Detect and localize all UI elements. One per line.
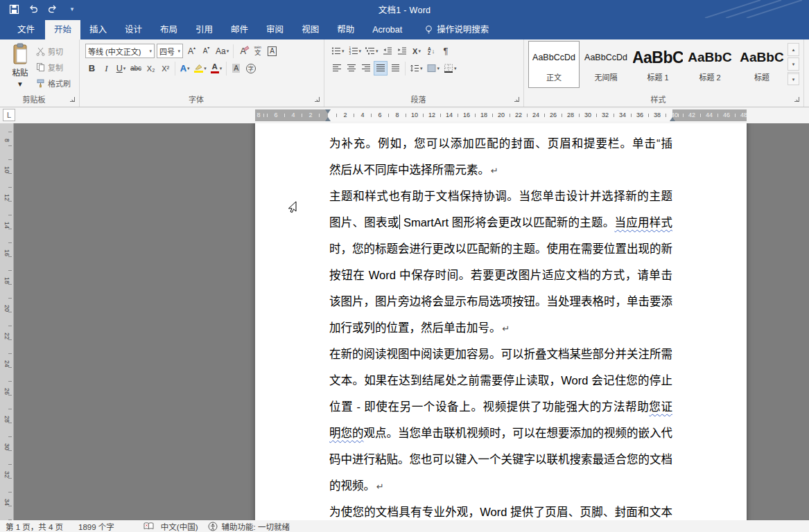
justify-button[interactable] bbox=[374, 61, 388, 76]
text-line[interactable]: 文本。如果在达到结尾处之前需要停止读取，Word 会记住您的停止 bbox=[329, 367, 672, 393]
qat-customize-button[interactable]: ▾ bbox=[64, 1, 80, 17]
underline-button[interactable]: U▾ bbox=[114, 61, 128, 76]
vertical-ruler[interactable]: 810121416182022242628303234 bbox=[0, 123, 14, 520]
tab-帮助[interactable]: 帮助 bbox=[328, 20, 363, 39]
phonetic-guide-button[interactable]: wén 文 bbox=[251, 44, 264, 58]
styles-more-button[interactable]: ▾ bbox=[788, 72, 799, 85]
decrease-indent-button[interactable] bbox=[381, 44, 394, 58]
text-line[interactable]: 码中进行粘贴。您也可以键入一个关键字以联机搜索最适合您的文档 bbox=[329, 446, 672, 472]
tab-引用[interactable]: 引用 bbox=[186, 20, 222, 39]
font-size-combo[interactable]: 四号 ▾ bbox=[157, 44, 183, 58]
text-line[interactable]: 时，您的标题会进行更改以匹配新的主题。使用在需要位置出现的新 bbox=[329, 236, 672, 262]
style-card-正文[interactable]: AaBbCcDd正文 bbox=[528, 41, 580, 88]
ruler-number: 38 bbox=[654, 112, 661, 119]
paste-button[interactable]: 粘贴 ▾ bbox=[6, 43, 35, 96]
text-line[interactable]: 为使您的文档具有专业外观，Word 提供了页眉、页脚、封面和文本 bbox=[329, 499, 672, 520]
font-color-button[interactable]: A ▾ bbox=[209, 61, 224, 76]
paragraph-dialog-launcher[interactable] bbox=[514, 96, 521, 103]
bullets-button[interactable]: ▾ bbox=[330, 44, 346, 58]
clipboard-dialog-launcher[interactable] bbox=[69, 96, 76, 103]
superscript-button[interactable]: X² bbox=[159, 61, 172, 76]
text-line[interactable]: 该图片，图片旁边将会显示布局选项按钮。当处理表格时，单击要添 bbox=[329, 288, 672, 314]
text-line[interactable]: 在新的阅读视图中阅读更加容易。可以折叠文档某些部分并关注所需 bbox=[329, 341, 672, 367]
text-line[interactable]: 按钮在 Word 中保存时间。若要更改图片适应文档的方式，请单击 bbox=[329, 262, 672, 288]
text-line[interactable]: 加行或列的位置，然后单击加号。↵ bbox=[329, 314, 672, 341]
styles-dialog-launcher[interactable] bbox=[794, 96, 801, 103]
text-line[interactable]: 主题和样式也有助于文档保持协调。当您单击设计并选择新的主题时， bbox=[329, 183, 672, 209]
character-border-button[interactable]: A bbox=[266, 44, 279, 58]
multilevel-list-button[interactable]: ▾ bbox=[364, 44, 380, 58]
word-count-status[interactable]: 1899 个字 bbox=[78, 521, 114, 532]
styles-scroll-up-button[interactable]: ▴ bbox=[788, 43, 799, 56]
line-spacing-button[interactable]: ▾ bbox=[408, 61, 424, 76]
change-case-button[interactable]: Aa▾ bbox=[214, 44, 230, 58]
font-name-combo[interactable]: 等线 (中文正文) ▾ bbox=[85, 44, 155, 58]
text-line[interactable]: 然后从不同库中选择所需元素。↵ bbox=[329, 157, 672, 183]
italic-button[interactable]: I bbox=[100, 61, 113, 76]
asian-layout-button[interactable]: X▾ bbox=[410, 44, 424, 58]
borders-button[interactable]: ▾ bbox=[442, 61, 458, 76]
titlebar-decoration bbox=[684, 0, 809, 18]
text-run: SmartArt 图形将会更改以匹配新的主题。 bbox=[400, 216, 614, 229]
style-card-无间隔[interactable]: AaBbCcDd无间隔 bbox=[580, 41, 632, 88]
shading-button[interactable]: ▾ bbox=[426, 61, 442, 76]
tab-设计[interactable]: 设计 bbox=[116, 20, 151, 39]
page-number-status[interactable]: 第 1 页，共 4 页 bbox=[6, 521, 63, 532]
tab-stop-selector[interactable]: L bbox=[3, 109, 15, 121]
accessibility-status[interactable]: 辅助功能: 一切就绪 bbox=[222, 521, 290, 532]
style-card-标题 2[interactable]: AaBbC标题 2 bbox=[684, 41, 736, 88]
ruler-number: 48 bbox=[740, 112, 747, 119]
font-dialog-launcher[interactable] bbox=[314, 96, 321, 103]
tab-邮件[interactable]: 邮件 bbox=[222, 20, 257, 39]
increase-indent-button[interactable] bbox=[396, 44, 409, 58]
tab-Acrobat[interactable]: Acrobat bbox=[363, 20, 411, 39]
redo-button[interactable] bbox=[44, 1, 61, 17]
save-button[interactable] bbox=[6, 1, 22, 17]
style-card-标题 1[interactable]: AaBbC标题 1 bbox=[632, 41, 684, 88]
tab-开始[interactable]: 开始 bbox=[45, 20, 80, 39]
tab-布局[interactable]: 布局 bbox=[151, 20, 186, 39]
highlight-color-button[interactable]: ▾ bbox=[193, 61, 208, 76]
paragraph-mark: ↵ bbox=[503, 323, 510, 334]
clear-formatting-button[interactable]: A bbox=[236, 44, 250, 58]
text-line[interactable]: 的视频。↵ bbox=[329, 472, 672, 499]
text-line[interactable]: 明您的观点。当您单击联机视频时，可以在想要添加的视频的嵌入代 bbox=[329, 420, 672, 446]
horizontal-ruler[interactable]: 8642246810121416182022242628303234363840… bbox=[255, 109, 747, 121]
grow-font-button[interactable]: A▴ bbox=[185, 44, 198, 58]
tab-审阅[interactable]: 审阅 bbox=[257, 20, 293, 39]
undo-button[interactable] bbox=[25, 1, 42, 17]
language-status[interactable]: 中文(中国) bbox=[161, 521, 198, 532]
cut-button[interactable]: 剪切 bbox=[36, 45, 71, 57]
character-shading-button[interactable]: A bbox=[229, 61, 243, 76]
distribute-button[interactable] bbox=[389, 61, 402, 76]
left-indent-marker[interactable] bbox=[325, 117, 331, 121]
proofing-status-button[interactable] bbox=[143, 522, 154, 531]
sort-button[interactable]: AZ ↓ bbox=[425, 44, 438, 58]
text-line[interactable]: 位置 - 即使在另一个设备上。视频提供了功能强大的方法帮助您证 bbox=[329, 393, 672, 420]
subscript-button[interactable]: X₂ bbox=[144, 61, 157, 76]
align-right-button[interactable] bbox=[359, 61, 372, 76]
document-page[interactable]: 框设计，这些设计可互为补充。例如，您可以添加匹配的封面、页眉和提要栏。单击“插入… bbox=[255, 123, 747, 520]
text-line[interactable]: 为补充。例如，您可以添加匹配的封面、页眉和提要栏。单击“插入”， bbox=[329, 130, 672, 157]
tab-文件[interactable]: 文件 bbox=[7, 20, 45, 39]
enclose-characters-button[interactable]: 字 bbox=[244, 61, 257, 76]
first-line-indent-marker[interactable] bbox=[325, 109, 331, 114]
tab-插入[interactable]: 插入 bbox=[80, 20, 116, 39]
styles-scroll-down-button[interactable]: ▾ bbox=[788, 57, 799, 71]
bold-button[interactable]: B bbox=[85, 61, 98, 76]
strikethrough-button[interactable]: abc bbox=[129, 61, 143, 76]
text-line[interactable]: 框设计，这些设计可互 bbox=[329, 123, 672, 130]
style-name: 无间隔 bbox=[581, 71, 631, 82]
show-formatting-marks-button[interactable]: ¶ bbox=[440, 44, 453, 58]
tab-视图[interactable]: 视图 bbox=[293, 20, 328, 39]
numbering-button[interactable]: 1 2 3 ▾ bbox=[347, 44, 363, 58]
text-effects-button[interactable]: A▾ bbox=[178, 61, 191, 76]
copy-button[interactable]: 复制 bbox=[36, 61, 71, 73]
text-line[interactable]: 图片、图表或 SmartArt 图形将会更改以匹配新的主题。当应用样式 bbox=[329, 209, 672, 236]
shrink-font-button[interactable]: A▾ bbox=[200, 44, 213, 58]
align-center-button[interactable] bbox=[345, 61, 358, 76]
align-left-button[interactable] bbox=[330, 61, 343, 76]
tab-操作说明搜索[interactable]: 操作说明搜索 bbox=[415, 20, 498, 39]
style-card-标题[interactable]: AaBbC标题 bbox=[736, 41, 788, 88]
format-painter-button[interactable]: 格式刷 bbox=[36, 77, 71, 89]
